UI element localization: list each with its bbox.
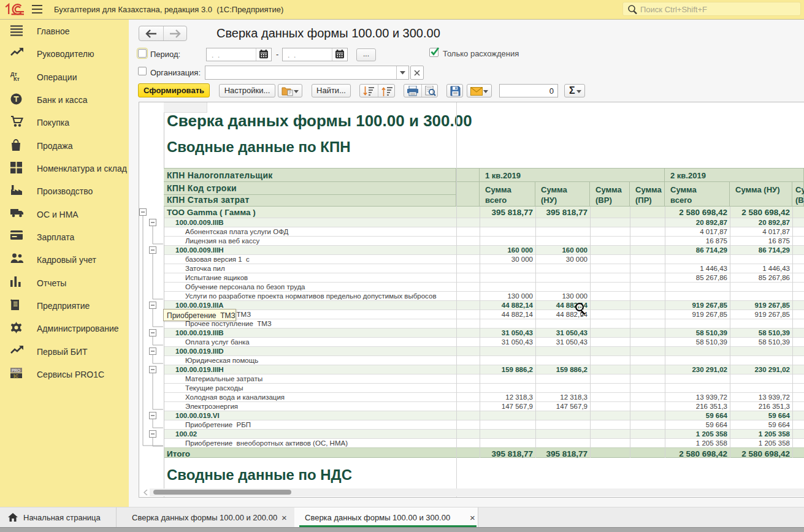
- svg-text:1С: 1С: [13, 374, 19, 378]
- svg-text:PRO: PRO: [12, 368, 20, 373]
